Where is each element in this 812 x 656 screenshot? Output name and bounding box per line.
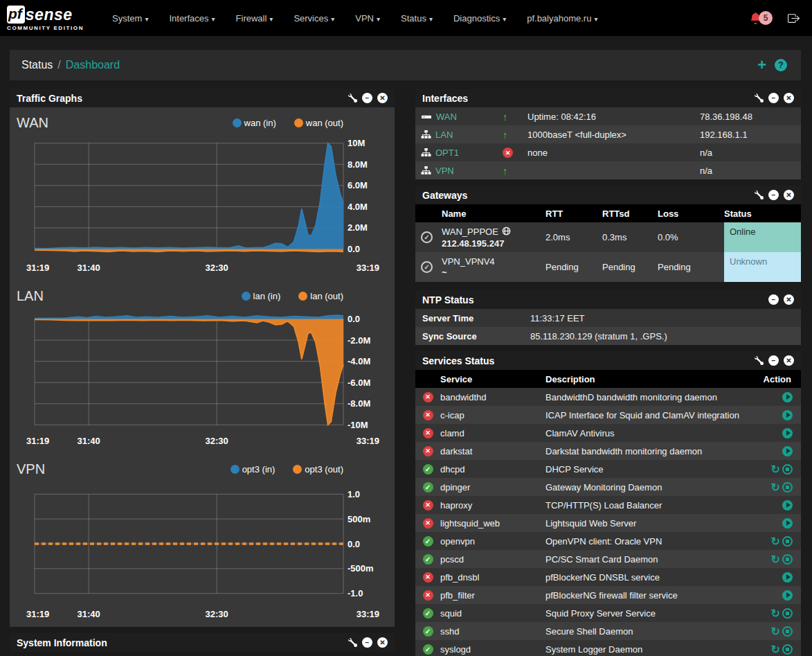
navbar-menu-diagnostics[interactable]: Diagnostics▾ xyxy=(443,13,516,24)
close-icon[interactable]: ✕ xyxy=(784,355,794,366)
chevron-down-icon: ▾ xyxy=(269,15,273,23)
wan-chart-svg: 10M8.0M6.0M4.0M2.0M0.031:1931:4032:3033:… xyxy=(17,134,392,281)
stop-service-icon[interactable] xyxy=(782,608,793,619)
add-widget-icon[interactable]: + xyxy=(757,57,766,73)
stop-service-icon[interactable] xyxy=(782,464,793,475)
settings-wrench-icon[interactable] xyxy=(755,190,764,200)
minimize-icon[interactable]: − xyxy=(768,93,779,103)
lan-chart-svg: 0.0-2.0M-4.0M-6.0M-8.0M-10M31:1931:4032:… xyxy=(17,307,392,454)
close-icon[interactable]: ✕ xyxy=(377,93,388,103)
restart-service-icon[interactable]: ↻ xyxy=(771,482,780,493)
menu-label: VPN xyxy=(355,13,374,24)
ntp-label: Server Time xyxy=(422,313,530,323)
close-icon[interactable]: ✕ xyxy=(377,637,388,648)
minimize-icon[interactable]: − xyxy=(362,637,372,648)
start-service-icon[interactable] xyxy=(782,590,793,601)
service-name: darkstat xyxy=(440,446,545,456)
interface-name-link[interactable]: OPT1 xyxy=(421,148,503,158)
close-icon[interactable]: ✕ xyxy=(784,93,794,103)
interface-info: 1000baseT <full-duplex> xyxy=(527,130,700,140)
restart-service-icon[interactable]: ↻ xyxy=(771,536,780,547)
legend-item: wan (in) xyxy=(233,118,276,128)
service-status-cell xyxy=(415,536,440,547)
notifications-button[interactable]: 5 xyxy=(750,11,773,25)
interface-row: WAN↑Uptime: 08:42:1678.36.198.48 xyxy=(415,107,801,125)
interface-name-link[interactable]: WAN xyxy=(421,112,503,122)
settings-wrench-icon[interactable] xyxy=(755,94,764,103)
interface-name-link[interactable]: VPN xyxy=(421,166,503,176)
start-service-icon[interactable] xyxy=(782,428,793,438)
gateways-table-header: NameRTTRTTsdLossStatus xyxy=(415,204,801,222)
service-description: OpenVPN client: Oracle VPN xyxy=(545,536,750,547)
start-service-icon[interactable] xyxy=(782,518,793,529)
settings-wrench-icon[interactable] xyxy=(348,638,357,647)
navbar-menu-pf-balyahome-ru[interactable]: pf.balyahome.ru▾ xyxy=(516,13,608,24)
logo-tagline: COMMUNITY EDITION xyxy=(7,25,84,31)
close-icon[interactable]: ✕ xyxy=(784,190,794,200)
stop-service-icon[interactable] xyxy=(782,482,793,493)
settings-wrench-icon[interactable] xyxy=(755,356,764,365)
service-actions: ↻ xyxy=(750,536,801,547)
logout-button[interactable] xyxy=(788,12,800,24)
breadcrumb-page[interactable]: Dashboard xyxy=(66,59,120,71)
svg-text:6.0M: 6.0M xyxy=(348,180,368,190)
legend-label: wan (out) xyxy=(306,118,343,128)
start-service-icon[interactable] xyxy=(782,500,793,511)
gateways-col-status: Status xyxy=(724,209,801,219)
services-col-description: Description xyxy=(545,374,750,384)
svg-text:32:30: 32:30 xyxy=(206,609,228,619)
ntp-row: Sync Source85.118.230.129 (stratum 1, .G… xyxy=(415,327,801,345)
interface-address: 78.36.198.48 xyxy=(700,112,801,122)
gateway-rtt: Pending xyxy=(545,252,602,282)
minimize-icon[interactable]: − xyxy=(768,190,779,200)
stop-service-icon[interactable] xyxy=(782,644,793,655)
service-actions xyxy=(750,392,801,402)
navbar-menu-firewall[interactable]: Firewall▾ xyxy=(226,13,284,24)
restart-service-icon[interactable]: ↻ xyxy=(771,554,780,565)
interface-name: VPN xyxy=(435,166,454,176)
navbar-menu-services[interactable]: Services▾ xyxy=(283,13,345,24)
pfsense-logo[interactable]: pf sense COMMUNITY EDITION xyxy=(7,6,84,31)
navbar-menu-vpn[interactable]: VPN▾ xyxy=(345,13,390,24)
minimize-icon[interactable]: − xyxy=(768,355,779,366)
stop-service-icon[interactable] xyxy=(782,626,793,637)
legend-label: lan (in) xyxy=(253,291,281,301)
navbar-menu-interfaces[interactable]: Interfaces▾ xyxy=(159,13,225,24)
chart-legend: lan (in)lan (out) xyxy=(242,291,343,301)
service-description: PC/SC Smart Card Daemon xyxy=(545,554,750,565)
breadcrumb-section[interactable]: Status xyxy=(21,59,53,71)
navbar-menu-system[interactable]: System▾ xyxy=(102,13,159,24)
service-row: pcscdPC/SC Smart Card Daemon↻ xyxy=(415,550,801,568)
service-actions: ↻ xyxy=(750,482,801,493)
restart-service-icon[interactable]: ↻ xyxy=(771,464,780,475)
stop-service-icon[interactable] xyxy=(782,536,793,547)
svg-text:31:19: 31:19 xyxy=(26,263,49,273)
services-table-header: ServiceDescriptionAction xyxy=(415,370,801,388)
navbar-menu-status[interactable]: Status▾ xyxy=(390,13,443,24)
gateways-col-loss: Loss xyxy=(658,209,724,219)
svg-text:4.0M: 4.0M xyxy=(348,202,368,212)
settings-wrench-icon[interactable] xyxy=(348,94,357,103)
interface-name-link[interactable]: LAN xyxy=(421,130,503,140)
start-service-icon[interactable] xyxy=(782,572,793,583)
legend-label: wan (in) xyxy=(244,118,276,128)
gateway-name: WAN_PPPOE xyxy=(442,227,511,238)
start-service-icon[interactable] xyxy=(782,410,793,420)
minimize-icon[interactable]: − xyxy=(362,93,372,103)
stop-service-icon[interactable] xyxy=(782,554,793,565)
restart-service-icon[interactable]: ↻ xyxy=(771,644,780,655)
restart-service-icon[interactable]: ↻ xyxy=(771,626,780,637)
interface-status-cell: ↑ xyxy=(503,165,527,177)
start-service-icon[interactable] xyxy=(782,446,793,456)
gateway-rtt: 2.0ms xyxy=(545,222,602,252)
service-description: Gateway Monitoring Daemon xyxy=(545,482,750,493)
legend-item: lan (in) xyxy=(242,291,281,301)
close-icon[interactable]: ✕ xyxy=(784,294,794,305)
restart-service-icon[interactable]: ↻ xyxy=(771,608,780,619)
minimize-icon[interactable]: − xyxy=(768,294,779,305)
help-icon[interactable]: ? xyxy=(775,59,787,71)
service-name: pcscd xyxy=(440,554,545,565)
start-service-icon[interactable] xyxy=(782,392,793,402)
logout-icon xyxy=(788,12,800,24)
service-actions xyxy=(750,446,801,456)
